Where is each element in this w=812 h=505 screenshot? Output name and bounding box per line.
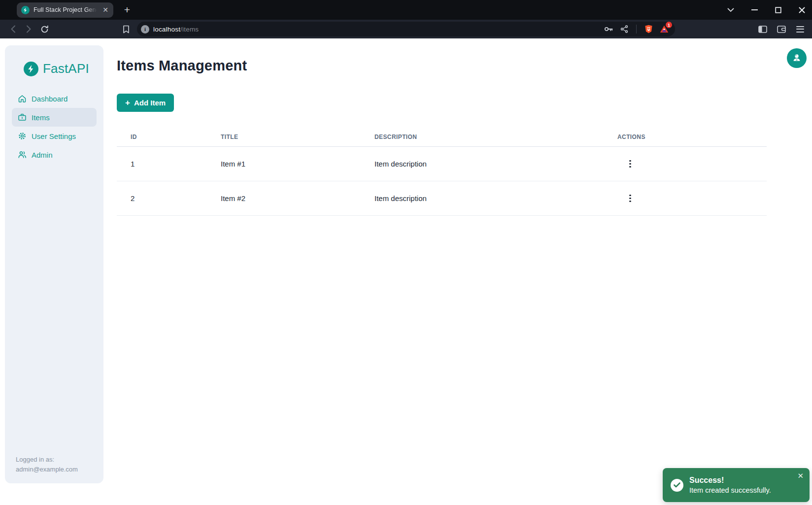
sidebar: FastAPI Dashboard Items: [5, 45, 103, 483]
user-avatar-icon: [791, 52, 802, 65]
col-header-actions: ACTIONS: [617, 129, 767, 147]
tab-title: Full Stack Project Genera: [34, 6, 98, 13]
col-header-id: ID: [117, 129, 221, 147]
sidebar-item-user-settings[interactable]: User Settings: [12, 127, 97, 145]
table-row: 2 Item #2 Item description: [117, 181, 767, 216]
password-key-icon[interactable]: [603, 23, 614, 35]
sidebar-item-label: Items: [32, 113, 50, 122]
address-bar[interactable]: i localhost/items: [137, 22, 675, 36]
main-panel: Items Management + Add Item ID TITLE DES…: [103, 38, 812, 216]
add-item-button[interactable]: + Add Item: [117, 94, 174, 112]
url-path: /items: [180, 26, 199, 33]
cell-title: Item #1: [221, 147, 374, 181]
logged-in-info: Logged in as: admin@example.com: [5, 455, 103, 483]
sidebar-item-label: Dashboard: [32, 95, 68, 103]
window-close-icon[interactable]: [796, 4, 807, 15]
wallet-icon[interactable]: [775, 22, 788, 36]
browser-tab-bar: Full Stack Project Genera ✕ +: [0, 0, 812, 20]
window-maximize-icon[interactable]: [773, 4, 783, 15]
sidebar-item-dashboard[interactable]: Dashboard: [12, 89, 97, 108]
browser-tab[interactable]: Full Stack Project Genera ✕: [17, 2, 113, 18]
user-avatar-button[interactable]: [787, 48, 807, 68]
logged-in-label: Logged in as:: [16, 455, 103, 465]
page-content: FastAPI Dashboard Items: [0, 38, 812, 505]
fastapi-bolt-icon: [21, 6, 30, 14]
bookmark-icon[interactable]: [119, 22, 133, 36]
cell-description: Item description: [374, 147, 617, 181]
logged-in-email: admin@example.com: [16, 465, 103, 474]
fastapi-logo-icon: [24, 62, 38, 76]
cell-title: Item #2: [221, 181, 374, 216]
sidebar-item-label: User Settings: [32, 132, 76, 140]
menu-hamburger-icon[interactable]: [793, 22, 807, 36]
reload-icon[interactable]: [37, 22, 51, 36]
success-toast: Success! Item created successfully. ✕: [663, 468, 810, 502]
sidebar-item-admin[interactable]: Admin: [12, 145, 97, 164]
gear-icon: [18, 132, 27, 140]
cell-description: Item description: [374, 181, 617, 216]
sidebar-item-items[interactable]: Items: [12, 108, 97, 127]
url-text: localhost/items: [153, 26, 199, 33]
home-icon: [18, 94, 27, 103]
toast-close-icon[interactable]: ✕: [797, 472, 804, 479]
cell-id: 2: [117, 181, 221, 216]
fastapi-logo: FastAPI: [24, 61, 103, 76]
users-icon: [18, 150, 27, 159]
page-title: Items Management: [117, 57, 767, 74]
briefcase-icon: [18, 113, 27, 122]
back-icon[interactable]: [6, 22, 20, 36]
fastapi-logo-text: FastAPI: [43, 61, 89, 76]
window-minimize-icon[interactable]: [749, 4, 760, 15]
forward-icon[interactable]: [22, 22, 35, 36]
sidebar-panel-icon[interactable]: [756, 22, 770, 36]
tab-search-chevron-icon[interactable]: [725, 4, 736, 15]
rewards-badge: 1: [666, 22, 672, 28]
col-header-title: TITLE: [221, 129, 374, 147]
new-tab-button[interactable]: +: [120, 3, 134, 17]
brave-rewards-icon[interactable]: 1: [658, 23, 670, 35]
table-row: 1 Item #1 Item description: [117, 147, 767, 181]
site-info-icon[interactable]: i: [141, 25, 149, 34]
cell-id: 1: [117, 147, 221, 181]
toast-title: Success!: [689, 476, 771, 485]
tab-close-icon[interactable]: ✕: [102, 6, 109, 14]
row-actions-kebab-icon[interactable]: [623, 157, 637, 171]
col-header-description: DESCRIPTION: [374, 129, 617, 147]
share-icon[interactable]: [618, 23, 630, 35]
toast-message: Item created successfully.: [689, 486, 771, 494]
browser-toolbar: i localhost/items: [0, 20, 812, 38]
urlbar-separator: [636, 25, 637, 34]
check-circle-icon: [671, 479, 683, 492]
table-header-row: ID TITLE DESCRIPTION ACTIONS: [117, 129, 767, 147]
url-host: localhost: [153, 26, 180, 33]
row-actions-kebab-icon[interactable]: [623, 192, 637, 205]
sidebar-nav: Dashboard Items User Set: [12, 89, 97, 164]
items-table: ID TITLE DESCRIPTION ACTIONS 1 Item #1 I…: [117, 129, 767, 216]
sidebar-item-label: Admin: [32, 151, 53, 159]
plus-icon: +: [125, 99, 130, 107]
brave-shield-icon[interactable]: [643, 23, 654, 35]
add-item-label: Add Item: [134, 99, 166, 107]
